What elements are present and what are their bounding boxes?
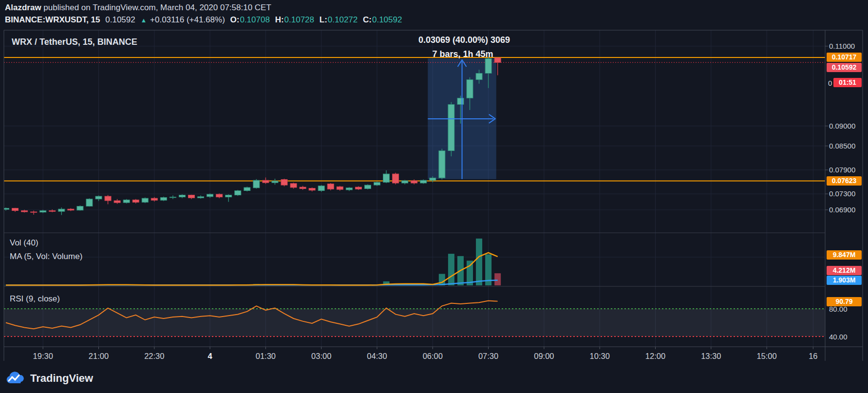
candle-body — [170, 197, 176, 198]
candle-body — [253, 180, 260, 188]
tradingview-logo[interactable]: TradingView — [6, 372, 93, 385]
main-pane-title[interactable]: WRX / TetherUS, 15, BINANCE — [12, 37, 137, 47]
candle-body — [114, 201, 120, 203]
candle-body — [485, 58, 491, 73]
publish-info: published on TradingView.com, March 04, … — [41, 3, 271, 12]
volume-bar — [439, 274, 445, 285]
candle-body — [95, 196, 102, 199]
price-change: +0.03116 (+41.68%) — [150, 15, 225, 24]
time-axis-label: 03:00 — [311, 352, 331, 360]
volume-legend[interactable]: Vol (40) — [10, 238, 38, 248]
candle-body — [327, 184, 334, 189]
candle-body — [318, 186, 324, 191]
rsi-lower-level-label: 40.00 — [829, 333, 848, 341]
time-axis-label: 04:30 — [367, 352, 387, 360]
high-label: H: — [275, 15, 284, 24]
open-label: O: — [230, 15, 240, 24]
rsi-upper-level-label: 80.00 — [829, 305, 848, 313]
bar-countdown-badge: 01:51 — [833, 78, 862, 87]
time-axis-label: 15:00 — [756, 352, 776, 360]
time-axis-label: 10:30 — [590, 352, 610, 360]
volume-ma5-badge: 9.847M — [827, 250, 862, 260]
symbol-name[interactable]: BINANCE:WRXUSDT, 15 — [5, 15, 100, 24]
close-value: 0.10592 — [372, 15, 402, 24]
up-arrow-icon: ▲ — [140, 17, 147, 24]
time-axis-label: 01:30 — [256, 352, 276, 360]
time-axis-label: 21:00 — [89, 352, 109, 360]
time-axis-label: 09:00 — [534, 352, 554, 360]
candle-body — [77, 206, 83, 210]
candle-body — [179, 195, 185, 197]
candle-body — [105, 196, 111, 201]
candle-body — [467, 80, 473, 98]
candle-body — [337, 187, 343, 189]
symbol-header: BINANCE:WRXUSDT, 15 0.10592 ▲ +0.03116 (… — [5, 15, 405, 25]
rsi-band — [4, 309, 825, 337]
time-axis-label: 4 — [208, 352, 213, 360]
candle-body — [402, 181, 408, 183]
open-value: 0.10708 — [240, 15, 269, 24]
candle-body — [198, 197, 204, 198]
candle-body — [58, 209, 65, 211]
low-level-badge: 0.07623 — [827, 176, 862, 186]
volume-ma-legend[interactable]: MA (5, Vol: Volume) — [10, 252, 82, 262]
time-axis-label: 13:30 — [701, 352, 721, 360]
candle-body — [430, 178, 436, 180]
price-axis-label: 0.09000 — [829, 122, 855, 130]
volume-bar — [494, 273, 501, 285]
time-axis-label: 16 — [809, 352, 817, 360]
measure-change-label: 0.03069 (40.00%) 3069 — [418, 35, 510, 45]
price-axis-label: 0.06900 — [829, 206, 855, 214]
price-axis-label: 0.07300 — [829, 189, 855, 198]
candle-body — [439, 151, 445, 178]
close-label: C: — [363, 15, 372, 24]
candle-body — [346, 188, 352, 190]
high-value: 0.10728 — [284, 15, 314, 24]
candle-body — [364, 185, 371, 188]
candle-body — [207, 194, 213, 197]
time-axis-label: 06:00 — [423, 352, 443, 360]
candle-body — [235, 191, 241, 195]
candle-body — [132, 200, 139, 202]
candle-body — [21, 211, 28, 212]
candle-body — [420, 180, 427, 183]
volume-ma40-badge: 1.903M — [827, 276, 862, 285]
mask — [0, 30, 4, 361]
candle-body — [476, 74, 482, 80]
tradingview-cloud-icon — [6, 372, 25, 385]
candle-body — [31, 212, 37, 212]
time-axis-label: 07:30 — [478, 352, 498, 360]
candle-body — [281, 180, 287, 185]
candle-body — [189, 195, 195, 198]
high-level-badge: 0.10717 — [827, 53, 862, 62]
price-axis-label: 0.08500 — [829, 142, 855, 150]
candle-body — [12, 208, 19, 211]
low-value: 0.10272 — [328, 15, 358, 24]
last-price: 0.10592 — [105, 15, 135, 24]
time-axis-label: 19:30 — [33, 352, 53, 360]
candle-body — [374, 182, 380, 185]
rsi-legend[interactable]: RSI (9, close) — [10, 294, 60, 304]
axis-partial-label: 0 — [828, 78, 832, 88]
candle-body — [272, 181, 278, 183]
volume-bar — [448, 254, 454, 285]
time-axis-label: 12:00 — [645, 352, 665, 360]
candle-body — [448, 104, 454, 150]
candle-body — [355, 187, 361, 189]
candle-body — [160, 197, 167, 200]
measure-duration-label: 7 bars, 1h 45m — [432, 49, 493, 59]
candle-body — [393, 174, 399, 183]
volume-bar — [476, 239, 482, 285]
candle-body — [457, 98, 464, 104]
candle-body — [49, 211, 56, 212]
candle-body — [411, 181, 417, 183]
time-axis-label: 22:30 — [144, 352, 164, 360]
price-axis-label: 0.11000 — [829, 42, 855, 50]
candle-body — [142, 198, 148, 202]
candle-body — [216, 194, 223, 197]
candle-body — [309, 188, 315, 190]
candle-body — [86, 199, 93, 206]
last-price-badge: 0.10592 — [827, 63, 862, 72]
volume-current-badge: 4.212M — [827, 266, 862, 275]
candle-body — [40, 211, 46, 212]
